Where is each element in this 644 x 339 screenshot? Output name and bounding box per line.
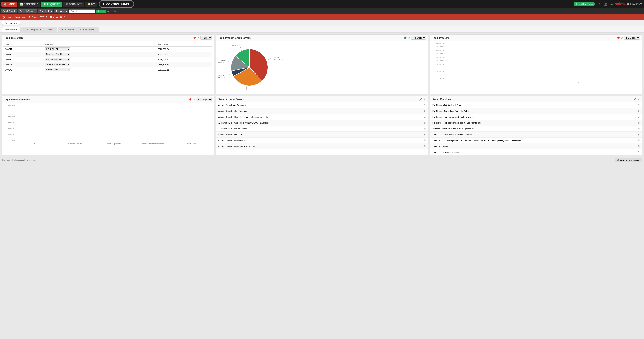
list-item[interactable]: Full Picture - Top performing product sa… — [430, 120, 642, 126]
top5-products-panel: Top 5 Products 📌 ⤢ Bar Graph £200,000.00… — [430, 34, 642, 94]
list-item-text: Variance - Chris Samuel Sales Rep figure… — [432, 134, 475, 136]
pie-label: Building — [273, 56, 279, 58]
pin-icon-btn-6[interactable]: 📌 — [633, 98, 636, 101]
accounts-select[interactable]: Accounts — [54, 9, 68, 13]
list-item[interactable]: Variance - Accounts falling in building … — [430, 126, 642, 132]
bar-column: Bentalls Shopfronts LTD — [95, 142, 133, 145]
account-select[interactable]: D A BLACKWELL — [44, 48, 70, 51]
list-item[interactable]: Variance - Roofing Sales YOY⚙ — [430, 149, 642, 155]
top5-parent-actions: 📌 ⤢ Bar Graph — [188, 98, 212, 101]
pin-icon-btn-4[interactable]: 📌 — [188, 98, 192, 101]
breadcrumb-period: P1 January 2017 - P11 November 2017 — [29, 16, 64, 18]
saved-enquiries-title: Saved Enquiries — [432, 98, 451, 101]
account-select[interactable]: Wilson & Pain — [44, 68, 70, 72]
account-select[interactable]: James & Sons Builders... — [44, 63, 70, 66]
cell-code: C00001 — [4, 62, 43, 67]
pie-value: £945,893.05 — [230, 45, 239, 46]
bar-column: BAG CASTLE O/PORTLAND CEMENT — [446, 81, 484, 83]
list-item[interactable]: Account Search - Russ Day filter - Monda… — [216, 144, 428, 149]
home-nav-btn[interactable]: 🏠 HOME — [2, 2, 17, 6]
tab-command-post[interactable]: Command Post — [77, 27, 99, 32]
customers-view-select[interactable]: Table — [200, 36, 212, 40]
list-item[interactable]: Variance - nat test⚙ — [430, 144, 642, 149]
search-btn[interactable]: Search — [96, 10, 106, 13]
reset-icon: ↺ — [617, 159, 619, 162]
my-icon: 📁 — [88, 3, 90, 6]
pin-icon-btn[interactable]: 📌 — [193, 36, 196, 39]
cell-account[interactable]: D A BLACKWELL — [43, 47, 156, 52]
pie-line — [266, 57, 272, 60]
list-item-icon: ⚙ — [638, 122, 640, 124]
bar-column: 100mm STD SOLID DENSE BLOCK — [523, 81, 561, 83]
help-icon-btn[interactable]: ❓ — [596, 2, 602, 6]
campaigns-nav-btn[interactable]: 📊 CAMPAIGNS — [18, 2, 40, 6]
y-axis: £200,000.00£180,000.00£160,000.00£140,00… — [432, 43, 444, 83]
arrow-icon-btn[interactable]: ➡ — [610, 2, 614, 6]
list-item[interactable]: Full Picture - Donaldson Plant Hire Sale… — [430, 108, 642, 114]
tab-dashboard[interactable]: Dashboard — [2, 27, 20, 32]
expand-icon-btn-6[interactable]: ⤢ — [638, 98, 640, 101]
expand-icon-btn-3[interactable]: ⤢ — [621, 36, 623, 39]
list-item[interactable]: Account Search - Ridgeons Test⚙ — [216, 138, 428, 144]
pie-value: £309,267.63 — [218, 77, 226, 78]
list-item[interactable]: Full Picture - Top performing branch by … — [430, 114, 642, 120]
accounts-nav-btn[interactable]: 🏛 ACCOUNTS — [63, 2, 84, 6]
enquiries-nav-btn[interactable]: 📋 ENQUIRIES — [41, 2, 62, 6]
list-item[interactable]: Account Search - Coventry based customer… — [216, 114, 428, 120]
tab-sales-comparison[interactable]: Sales Comparison — [20, 27, 44, 32]
list-item[interactable]: Variance - Chris Samuel Sales Rep figure… — [430, 132, 642, 138]
list-item[interactable]: Full Picture - DA Blackwell Global⚙ — [430, 102, 642, 108]
my-nav-btn[interactable]: 📁 MY — [85, 2, 97, 6]
products-view-select[interactable]: Bar Graph — [624, 36, 640, 40]
product-group-view-select[interactable]: Pie Chart — [411, 36, 426, 40]
live-help-btn[interactable]: Live Help Online — [574, 2, 595, 6]
control-panel-nav-btn[interactable]: ⊞ CONTROL PANEL — [99, 1, 134, 7]
tab-target[interactable]: Target — [45, 27, 57, 32]
saved-enquiries-panel: Saved Enquiries 📌 ⤢ Full Picture - DA Bl… — [430, 96, 642, 155]
list-item-text: Account Search - Ridgeons Test — [218, 140, 247, 142]
recently-viewed-btn[interactable]: Recently Viewed — [18, 9, 37, 13]
cell-account[interactable]: Donaldson Plant Hire — [43, 52, 156, 57]
parent-view-select[interactable]: Bar Graph — [196, 98, 212, 101]
breadcrumb-home: Home - Dashboard — [7, 16, 25, 18]
pin-icon-btn-5[interactable]: 📌 — [419, 98, 422, 101]
pin-icon-btn-3[interactable]: 📌 — [617, 36, 620, 39]
search-input[interactable] — [69, 9, 95, 13]
pie-line — [239, 44, 242, 51]
cell-account[interactable]: Wilson & Pain — [43, 67, 156, 72]
expand-icon-btn-4[interactable]: ⤢ — [193, 98, 195, 101]
account-select[interactable]: Bentalls Shopfronts LTD — [44, 58, 70, 61]
top5-product-group-actions: 📌 ⤢ Pie Chart — [404, 36, 426, 40]
table-row: C00741 D A BLACKWELL £520,606.94 — [4, 47, 212, 52]
expand-icon-btn-2[interactable]: ⤢ — [408, 36, 410, 39]
reset-pods-btn[interactable]: ↺ Reset Pods to Default — [615, 158, 642, 162]
tab-sales-activity[interactable]: Sales Activity — [58, 27, 77, 32]
quick-search-btn[interactable]: Quick Search — [1, 9, 17, 13]
status-url: https://my.sales-i.com/enquiries_new.asp — [2, 159, 36, 161]
list-item[interactable]: Account Search - Customers With 90 Day A… — [216, 120, 428, 126]
list-item[interactable]: Account Search - Cork Accounts⚙ — [216, 108, 428, 114]
pin-icon-btn-2[interactable]: 📌 — [404, 36, 407, 39]
date-filter-btn[interactable]: 🔍 Date Filter — [2, 21, 20, 25]
list-item-icon: ⚙ — [424, 145, 426, 148]
top5-products-header: Top 5 Products 📌 ⤢ Bar Graph — [430, 34, 642, 41]
cell-account[interactable]: James & Sons Builders... — [43, 62, 156, 67]
list-item[interactable]: Account Search - House Builder⚙ — [216, 126, 428, 132]
list-item[interactable]: Variance - Customer spend in the crrent … — [430, 138, 642, 144]
expand-icon-btn[interactable]: ⤢ — [197, 36, 199, 39]
expand-icon-btn-5[interactable]: ⤢ — [424, 98, 426, 101]
pie-value: £2,503,010.57 — [273, 58, 283, 60]
list-item[interactable]: Account Search - All Prospects⚙ — [216, 102, 428, 108]
top5-parent-body: £600,000.00£500,000.00£400,000.00£300,00… — [2, 103, 214, 151]
pie-label: Ironmongery — [218, 74, 226, 76]
user-icon-btn[interactable]: 👤 — [603, 2, 608, 6]
bar-label: Wilson & Pain — [187, 143, 196, 145]
cell-account[interactable]: Bentalls Shopfronts LTD — [43, 57, 156, 62]
account-select[interactable]: Donaldson Plant Hire — [44, 52, 70, 56]
toolbar: Quick Search Recently Viewed Search all … — [0, 8, 644, 14]
bar-column: CHIPBOARD T&G (M/R) P5 2400x600x18mm — [562, 81, 600, 83]
list-item-text: Account Search - Customers With 90 Day A… — [218, 122, 268, 124]
saved-account-search-title: Saved Account Search — [218, 98, 244, 101]
search-all-select[interactable]: Search all — [38, 9, 53, 13]
list-item[interactable]: Account Search - Project B⚙ — [216, 132, 428, 138]
